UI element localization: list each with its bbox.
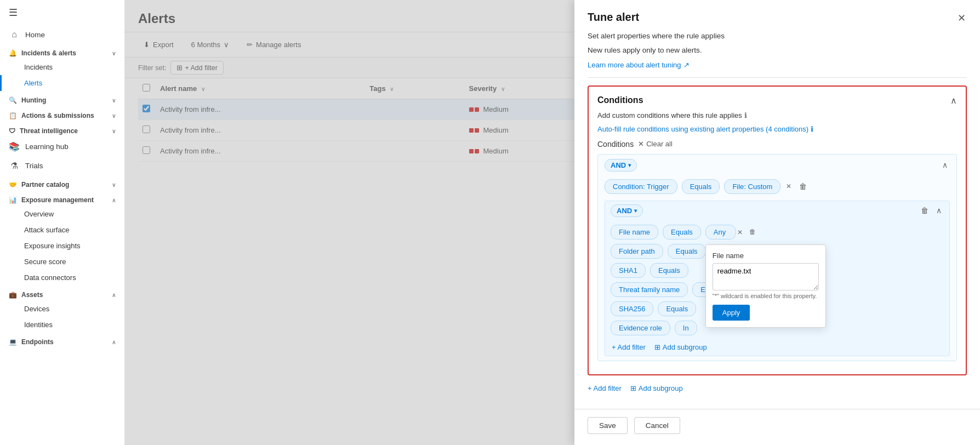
clear-value-button[interactable]: ✕ <box>736 229 744 236</box>
menu-icon[interactable]: ☰ <box>0 0 124 25</box>
field-file-name[interactable]: File name <box>611 225 658 239</box>
inner-add-subgroup-button[interactable]: ⊞ Add subgroup <box>654 343 707 351</box>
autofill-info-icon: ℹ <box>811 125 813 133</box>
collapse-button[interactable]: ∧ <box>940 159 950 170</box>
condition-field-tag[interactable]: Condition: Trigger <box>605 179 677 194</box>
delete-row-button[interactable]: 🗑 <box>748 228 757 236</box>
field-sha256[interactable]: SHA256 <box>611 301 653 316</box>
and-group-header: AND ▾ ∧ <box>598 155 956 176</box>
inner-add-filter-button[interactable]: + Add filter <box>612 343 646 351</box>
incidents-alerts-icon: 🔔 <box>9 49 17 57</box>
sidebar-item-endpoints[interactable]: 💻 Endpoints ∧ <box>0 333 124 348</box>
clear-icon: ✕ <box>638 140 644 148</box>
conditions-title: Conditions <box>597 95 643 105</box>
file-name-input[interactable]: readme.txt <box>713 263 819 290</box>
close-button[interactable]: ✕ <box>956 11 967 25</box>
and-group-actions: ∧ <box>940 159 950 170</box>
info-icon: ℹ <box>744 111 747 119</box>
and-badge[interactable]: AND ▾ <box>605 159 637 172</box>
panel-title: Tune alert <box>588 11 639 24</box>
inner-and-group-header: AND ▾ 🗑 ∧ <box>605 201 949 220</box>
add-filter-button[interactable]: + Add filter <box>588 384 622 392</box>
sidebar-item-threat-intelligence[interactable]: 🛡 Threat intelligence ∨ <box>0 122 124 137</box>
sidebar-item-exposure-management[interactable]: 📊 Exposure management ∧ <box>0 191 124 206</box>
sidebar-item-hunting[interactable]: 🔍 Hunting ∨ <box>0 91 124 106</box>
sidebar-item-alerts[interactable]: Alerts <box>0 75 124 91</box>
inner-and-badge[interactable]: AND ▾ <box>611 204 643 217</box>
sidebar-item-identities[interactable]: Identities <box>0 317 124 333</box>
value-tag[interactable]: File: Custom <box>724 179 780 194</box>
sidebar-item-partner-catalog[interactable]: 🤝 Partner catalog ∨ <box>0 175 124 191</box>
save-button[interactable]: Save <box>588 417 628 434</box>
file-name-popup: File name readme.txt "*" wildcard is ena… <box>705 244 826 328</box>
operator-equals[interactable]: Equals <box>658 301 696 316</box>
conditions-section: Conditions ∧ Add custom conditions where… <box>588 85 967 375</box>
operator-equals[interactable]: Equals <box>650 263 688 278</box>
sidebar-item-exposure-insights[interactable]: Exposure insights <box>0 238 124 254</box>
inner-condition-rows: File name Equals Any ✕ <box>605 220 949 340</box>
operator-in[interactable]: In <box>675 321 697 335</box>
inner-collapse-button[interactable]: ∧ <box>934 205 944 216</box>
value-wrapper: File: Custom <box>724 181 780 191</box>
sidebar-item-actions-submissions[interactable]: 📋 Actions & submissions ∨ <box>0 106 124 122</box>
sidebar-item-home[interactable]: ⌂ Home <box>0 25 124 44</box>
wildcard-note: "*" wildcard is enabled for this propert… <box>713 293 819 299</box>
sidebar-item-attack-surface[interactable]: Attack surface <box>0 222 124 238</box>
tune-alert-panel: Tune alert ✕ Set alert properties where … <box>574 0 980 445</box>
trials-icon: ⚗ <box>9 161 20 171</box>
panel-desc-line2: New rules apply only to new alerts. <box>588 45 967 56</box>
outer-and-group: AND ▾ ∧ Condition: Trigger Equals File: … <box>597 154 957 361</box>
conditions-header: Conditions ∧ <box>597 95 957 106</box>
panel-desc-line1: Set alert properties where the rule appl… <box>588 31 967 42</box>
sidebar-item-assets[interactable]: 💼 Assets ∧ <box>0 286 124 301</box>
sidebar-item-learning-hub[interactable]: 📚 Learning hub <box>0 137 124 156</box>
clear-all-button[interactable]: ✕ Clear all <box>638 140 673 148</box>
exposure-icon: 📊 <box>9 196 17 204</box>
sidebar-item-incidents-alerts[interactable]: 🔔 Incidents & alerts ∨ <box>0 44 124 59</box>
sidebar-item-secure-score[interactable]: Secure score <box>0 254 124 270</box>
assets-icon: 💼 <box>9 291 17 299</box>
inner-and-group-actions: 🗑 ∧ <box>919 205 944 216</box>
home-icon: ⌂ <box>9 30 20 39</box>
autofill-link[interactable]: Auto-fill rule conditions using existing… <box>597 125 813 133</box>
inner-add-row: + Add filter ⊞ Add subgroup <box>605 340 949 356</box>
file-name-value-wrapper: Any ✕ File name readme.txt "*" wildcard … <box>705 227 744 237</box>
conditions-subheader: Conditions ✕ Clear all <box>597 140 957 149</box>
chevron-down-icon: ∨ <box>112 113 116 119</box>
operator-equals[interactable]: Equals <box>668 244 706 259</box>
operator-equals[interactable]: Equals <box>663 225 701 239</box>
field-evidence-role[interactable]: Evidence role <box>611 321 670 335</box>
hunting-icon: 🔍 <box>9 96 17 104</box>
add-subgroup-button[interactable]: ⊞ Add subgroup <box>630 384 683 392</box>
chevron-down-icon: ∧ <box>112 292 116 298</box>
delete-value-button[interactable]: ✕ <box>785 182 793 190</box>
sidebar-item-devices[interactable]: Devices <box>0 301 124 317</box>
sidebar-item-trials[interactable]: ⚗ Trials <box>0 156 124 175</box>
apply-button[interactable]: Apply <box>713 305 750 321</box>
chevron-down-icon: ∧ <box>112 197 116 203</box>
learning-icon: 📚 <box>9 141 20 152</box>
field-threat-family-name[interactable]: Threat family name <box>611 282 688 297</box>
external-link-icon: ↗ <box>683 61 690 69</box>
partner-icon: 🤝 <box>9 181 17 189</box>
sidebar-item-overview[interactable]: Overview <box>0 206 124 222</box>
delete-row-button[interactable]: 🗑 <box>797 181 809 192</box>
footer-add-row: + Add filter ⊞ Add subgroup <box>588 384 967 399</box>
cancel-button[interactable]: Cancel <box>634 417 680 434</box>
sidebar-item-data-connectors[interactable]: Data connectors <box>0 270 124 286</box>
field-sha1[interactable]: SHA1 <box>611 263 646 278</box>
conditions-desc: Add custom conditions where this rule ap… <box>597 111 957 119</box>
sidebar-item-incidents[interactable]: Incidents <box>0 59 124 75</box>
subgroup-icon: ⊞ <box>654 343 660 351</box>
chevron-down-icon: ∨ <box>112 98 116 104</box>
any-value-tag[interactable]: Any <box>705 225 736 239</box>
conditions-collapse-button[interactable]: ∧ <box>950 95 957 106</box>
sidebar: ☰ ⌂ Home 🔔 Incidents & alerts ∨ Incident… <box>0 0 125 445</box>
field-folder-path[interactable]: Folder path <box>611 244 663 259</box>
panel-divider <box>588 77 967 78</box>
inner-condition-row: File name Equals Any ✕ <box>605 222 949 242</box>
inner-delete-button[interactable]: 🗑 <box>919 205 931 216</box>
learn-more-link[interactable]: Learn more about alert tuning ↗ <box>588 61 690 69</box>
operator-tag[interactable]: Equals <box>682 179 720 194</box>
endpoints-icon: 💻 <box>9 338 17 346</box>
